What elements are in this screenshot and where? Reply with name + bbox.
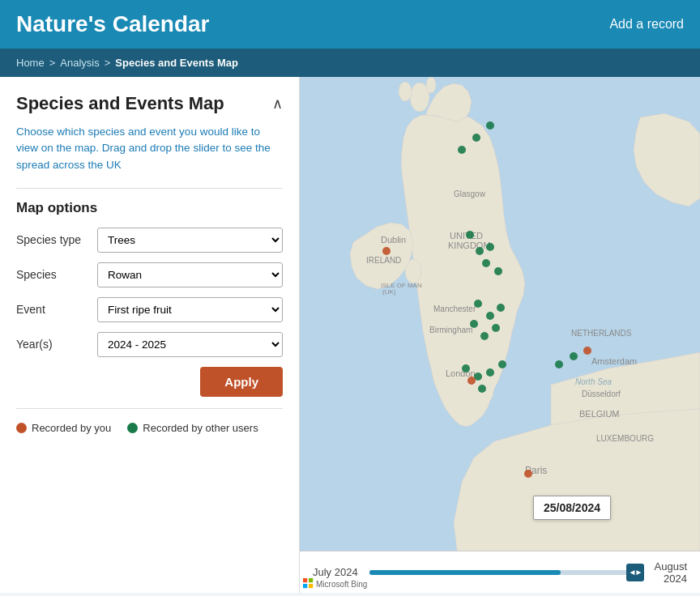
svg-point-31	[486, 312, 494, 320]
sidebar: Species and Events Map ∧ Choose which sp…	[0, 77, 300, 593]
svg-point-45	[583, 347, 591, 355]
breadcrumb: Home > Analysis > Species and Events Map	[0, 49, 700, 77]
map-options-title: Map options	[16, 200, 283, 216]
species-label: Species	[16, 268, 89, 281]
years-label: Year(s)	[16, 338, 89, 351]
svg-point-38	[486, 368, 494, 377]
svg-point-39	[498, 360, 506, 368]
svg-text:Birmingham: Birmingham	[429, 326, 472, 334]
svg-point-44	[382, 247, 391, 255]
add-record-link[interactable]: Add a record	[609, 17, 684, 32]
svg-rect-49	[303, 584, 307, 588]
years-row: Year(s) 2024 - 2025 2023 - 2024 2022 - 2…	[16, 332, 283, 357]
svg-text:IRELAND: IRELAND	[366, 256, 401, 265]
svg-text:KINGDOM: KINGDOM	[448, 241, 491, 250]
divider-1	[16, 188, 283, 189]
legend: Recorded by you Recorded by other users	[16, 422, 283, 434]
event-row: Event First ripe fruit First flower Leaf…	[16, 297, 283, 322]
svg-rect-50	[309, 584, 313, 588]
timeline-thumb[interactable]: ◄►	[626, 564, 644, 581]
bing-icon	[303, 578, 314, 590]
legend-label-others: Recorded by other users	[143, 422, 258, 434]
app-title: Nature's Calendar	[16, 11, 210, 37]
svg-point-40	[478, 385, 486, 393]
sidebar-title: Species and Events Map	[16, 93, 224, 114]
divider-2	[16, 408, 283, 409]
breadcrumb-current: Species and Events Map	[115, 57, 238, 69]
legend-item-others: Recorded by other users	[127, 422, 258, 434]
svg-point-46	[467, 377, 476, 385]
breadcrumb-sep-2: >	[105, 57, 111, 69]
svg-point-42	[570, 352, 578, 360]
svg-point-26	[476, 247, 484, 255]
legend-label-you: Recorded by you	[32, 422, 111, 434]
breadcrumb-home[interactable]: Home	[16, 57, 45, 69]
timeline-thumb-arrows-icon: ◄►	[629, 568, 642, 577]
svg-text:LUXEMBOURG: LUXEMBOURG	[596, 434, 654, 443]
svg-point-32	[497, 304, 505, 312]
legend-item-you: Recorded by you	[16, 422, 111, 434]
svg-text:Düsseldorf: Düsseldorf	[582, 390, 621, 398]
svg-point-43	[524, 470, 532, 478]
sidebar-description: Choose which species and event you would…	[16, 124, 283, 173]
svg-point-23	[472, 134, 480, 142]
species-row: Species Rowan Oak Ash Birch	[16, 262, 283, 287]
svg-text:BELGIUM: BELGIUM	[579, 409, 620, 419]
svg-text:Glasgow: Glasgow	[454, 189, 486, 198]
collapse-icon[interactable]: ∧	[272, 95, 283, 113]
svg-point-34	[480, 332, 489, 340]
svg-point-25	[466, 231, 474, 239]
bing-logo: Microsoft Bing	[303, 578, 367, 590]
timeline-track[interactable]: ◄►	[369, 570, 643, 575]
species-type-label: Species type	[16, 233, 89, 246]
sidebar-header: Species and Events Map ∧	[16, 93, 283, 114]
svg-text:North Sea: North Sea	[575, 377, 612, 386]
svg-point-36	[462, 364, 470, 372]
svg-text:Amsterdam: Amsterdam	[591, 356, 637, 366]
bing-label: Microsoft Bing	[316, 580, 367, 589]
years-select[interactable]: 2024 - 2025 2023 - 2024 2022 - 2023	[97, 332, 283, 357]
svg-point-33	[470, 320, 478, 328]
svg-point-29	[494, 267, 502, 275]
main-layout: Species and Events Map ∧ Choose which sp…	[0, 77, 700, 593]
svg-text:NETHERLANDS: NETHERLANDS	[571, 329, 632, 338]
map-svg: UNITED KINGDOM IRELAND NETHERLANDS BELGI…	[300, 77, 700, 593]
event-label: Event	[16, 303, 89, 316]
legend-dot-you	[16, 423, 27, 433]
svg-point-3	[426, 77, 436, 93]
apply-btn-row: Apply	[16, 367, 283, 397]
svg-point-24	[486, 121, 494, 130]
svg-text:Dublin: Dublin	[381, 235, 406, 245]
svg-rect-47	[303, 578, 307, 582]
svg-text:Manchester: Manchester	[433, 304, 476, 313]
breadcrumb-sep-1: >	[49, 57, 56, 69]
legend-dot-others	[127, 423, 138, 433]
species-type-row: Species type Trees Wildflowers Insects B…	[16, 228, 283, 253]
svg-point-30	[474, 300, 482, 308]
svg-point-2	[399, 82, 412, 101]
timeline-fill	[369, 570, 561, 575]
header: Nature's Calendar Add a record	[0, 0, 700, 49]
svg-text:(UK): (UK)	[382, 288, 396, 296]
date-tooltip: 25/08/2024	[533, 496, 611, 520]
svg-point-28	[482, 259, 490, 267]
apply-button[interactable]: Apply	[200, 367, 283, 397]
timeline-label-right: August2024	[655, 560, 687, 585]
timeline-label-left: July 2024	[313, 566, 358, 578]
map-area[interactable]: UNITED KINGDOM IRELAND NETHERLANDS BELGI…	[300, 77, 700, 593]
species-type-select[interactable]: Trees Wildflowers Insects Birds	[97, 228, 283, 253]
svg-point-41	[555, 360, 563, 368]
svg-rect-48	[309, 578, 313, 582]
breadcrumb-analysis[interactable]: Analysis	[60, 57, 99, 69]
species-select[interactable]: Rowan Oak Ash Birch	[97, 262, 283, 287]
svg-point-22	[458, 146, 466, 154]
event-select[interactable]: First ripe fruit First flower Leaf budbu…	[97, 297, 283, 322]
svg-point-35	[492, 324, 500, 332]
svg-point-27	[486, 243, 494, 251]
